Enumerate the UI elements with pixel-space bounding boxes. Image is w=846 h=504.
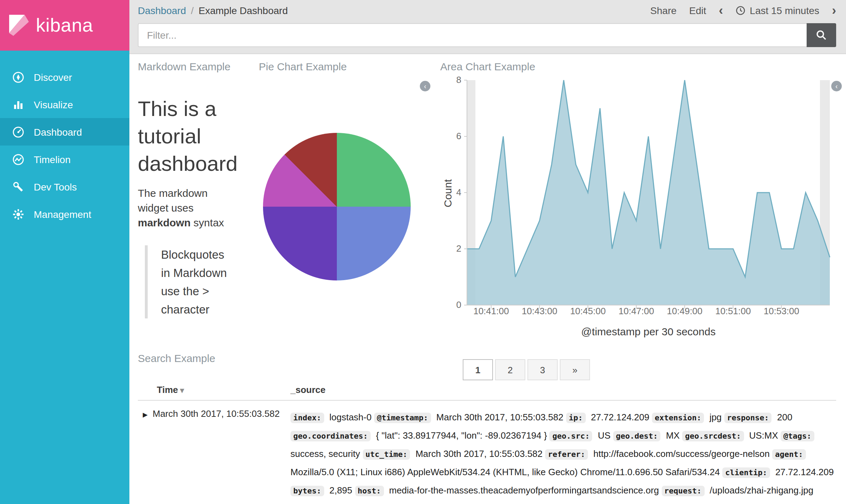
y-tick-label: 8 [456, 75, 461, 85]
field-badge: ip: [566, 413, 585, 423]
field-badge: geo.dest: [613, 431, 661, 441]
kibana-logo[interactable]: kibana [0, 0, 129, 51]
x-tick-label: 10:41:00 [473, 306, 509, 316]
field-badge: request: [661, 486, 704, 496]
sidebar-item-label: Visualize [34, 99, 73, 110]
sidebar-item-discover[interactable]: Discover [0, 63, 129, 91]
field-badge: geo.src: [550, 431, 592, 441]
breadcrumb-separator: / [191, 5, 194, 16]
page-button-3[interactable]: 3 [527, 359, 558, 380]
top-actions: Share Edit ‹ Last 15 minutes › [650, 4, 836, 17]
page-button-1[interactable]: 1 [463, 359, 493, 380]
search-icon [816, 30, 827, 41]
x-tick-label: 10:43:00 [522, 306, 557, 316]
breadcrumb-current: Example Dashboard [199, 5, 288, 16]
sidebar-item-label: Dev Tools [34, 181, 77, 192]
sort-descending-icon: ▾ [180, 386, 184, 394]
time-picker[interactable]: Last 15 minutes [736, 5, 819, 16]
field-badge: utc_time: [363, 449, 410, 460]
edit-button[interactable]: Edit [689, 5, 706, 16]
field-badge: referer: [545, 449, 588, 460]
x-tick-label: 10:53:00 [764, 306, 799, 316]
filter-input[interactable] [138, 23, 807, 47]
field-badge: @tags: [781, 431, 814, 441]
time-back-icon[interactable]: ‹ [719, 4, 723, 17]
doc-source: index: logstash-0 @timestamp: March 30th… [290, 408, 836, 504]
bar-chart-icon [12, 98, 25, 111]
field-badge: @timestamp: [374, 413, 431, 423]
x-axis-label: @timestamp per 30 seconds [508, 325, 789, 337]
markdown-panel-title: Markdown Example [138, 60, 262, 72]
sidebar-item-timelion[interactable]: Timelion [0, 146, 129, 173]
gauge-icon [12, 125, 25, 138]
markdown-panel: Markdown Example This is a tutorial dash… [138, 60, 262, 318]
breadcrumb-dashboard-link[interactable]: Dashboard [138, 5, 186, 16]
area-chart-svg[interactable]: 0246810:41:0010:43:0010:45:0010:47:0010:… [436, 75, 846, 320]
table-header: Time▾ _source [138, 385, 836, 401]
field-badge: geo.srcdest: [682, 431, 744, 441]
breadcrumb: Dashboard / Example Dashboard Share Edit… [129, 0, 846, 21]
page-button-next[interactable]: » [560, 359, 590, 380]
logo-text: kibana [36, 14, 93, 36]
sidebar-item-label: Management [34, 208, 91, 220]
compass-icon [12, 71, 25, 83]
markdown-heading: This is a tutorial dashboard [138, 95, 259, 177]
markdown-blockquote: Blockquotes in Markdown use the > charac… [145, 245, 228, 318]
main-area: Dashboard / Example Dashboard Share Edit… [129, 0, 846, 504]
sidebar-item-label: Discover [34, 71, 72, 83]
y-tick-label: 6 [456, 131, 461, 141]
field-badge: clientip: [722, 467, 770, 478]
y-tick-label: 4 [456, 187, 461, 198]
documents-table: Time▾ _source ▶March 30th 2017, 10:55:03… [138, 385, 836, 504]
sidebar-item-dev-tools[interactable]: Dev Tools [0, 173, 129, 200]
sidebar-item-management[interactable]: Management [0, 200, 129, 228]
x-tick-label: 10:51:00 [715, 306, 751, 316]
timelion-icon [12, 153, 25, 166]
gear-icon [12, 208, 25, 220]
sidebar-nav: Discover Visualize Dashboard Timelion [0, 51, 129, 228]
sidebar-item-visualize[interactable]: Visualize [0, 91, 129, 118]
y-tick-label: 0 [456, 299, 461, 310]
doc-table-body: ▶March 30th 2017, 10:55:03.582index: log… [138, 401, 836, 504]
search-button[interactable] [807, 23, 836, 47]
area-panel-collapse-icon[interactable]: ‹ [831, 81, 842, 91]
page-button-2[interactable]: 2 [495, 359, 525, 380]
field-badge: response: [724, 413, 772, 423]
dashboard-content: Markdown Example This is a tutorial dash… [129, 54, 846, 504]
time-range-label: Last 15 minutes [750, 5, 819, 16]
pagination: 1 2 3 » [463, 359, 590, 380]
area-panel-title: Area Chart Example [440, 60, 535, 72]
field-badge: host: [355, 486, 384, 496]
table-row: ▶March 30th 2017, 10:55:03.582index: log… [138, 401, 836, 504]
sidebar-item-dashboard[interactable]: Dashboard [0, 118, 129, 146]
x-tick-label: 10:49:00 [667, 306, 703, 316]
top-bar: Dashboard / Example Dashboard Share Edit… [129, 0, 846, 54]
pie-panel-title: Pie Chart Example [259, 60, 347, 72]
sidebar-item-label: Timelion [34, 154, 71, 165]
column-header-time[interactable]: Time▾ [138, 385, 290, 395]
x-tick-label: 10:45:00 [570, 306, 605, 316]
search-panel-title: Search Example [138, 352, 215, 364]
sidebar: kibana Discover Visualize Dashboard [0, 0, 129, 504]
markdown-paragraph: The markdown widget uses markdown syntax [138, 186, 235, 230]
field-badge: index: [290, 413, 324, 423]
x-tick-label: 10:47:00 [619, 306, 654, 316]
field-badge: agent: [772, 449, 806, 460]
wrench-icon [12, 180, 25, 193]
column-header-source: _source [290, 385, 326, 395]
filter-bar [129, 21, 846, 53]
field-badge: extension: [652, 413, 704, 423]
pie-chart[interactable] [263, 133, 411, 280]
field-badge: geo.coordinates: [290, 431, 371, 441]
kibana-app: kibana Discover Visualize Dashboard [0, 0, 846, 504]
sidebar-item-label: Dashboard [34, 126, 82, 137]
time-forward-icon[interactable]: › [832, 4, 836, 17]
kibana-logo-icon [8, 14, 30, 37]
pie-panel-collapse-icon[interactable]: ‹ [420, 81, 430, 91]
area-series [467, 80, 830, 305]
doc-time: March 30th 2017, 10:55:03.582 [153, 408, 290, 504]
expand-row-icon[interactable]: ▶ [138, 408, 153, 504]
share-button[interactable]: Share [650, 5, 677, 16]
clock-icon [736, 6, 745, 15]
field-badge: bytes: [290, 486, 324, 496]
